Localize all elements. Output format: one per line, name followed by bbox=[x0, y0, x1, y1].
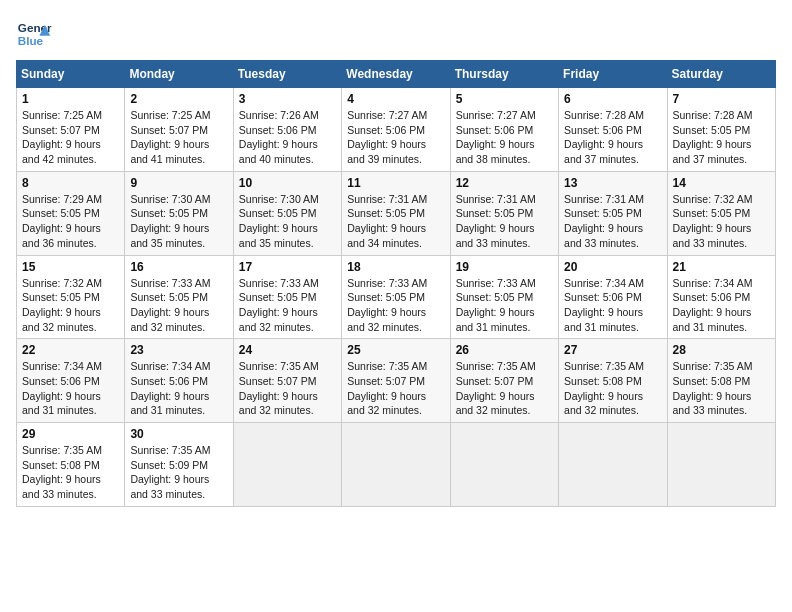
day-info: Sunrise: 7:26 AM Sunset: 5:06 PM Dayligh… bbox=[239, 108, 336, 167]
day-info: Sunrise: 7:33 AM Sunset: 5:05 PM Dayligh… bbox=[130, 276, 227, 335]
day-number: 20 bbox=[564, 260, 661, 274]
day-number: 8 bbox=[22, 176, 119, 190]
day-info: Sunrise: 7:35 AM Sunset: 5:07 PM Dayligh… bbox=[239, 359, 336, 418]
day-number: 24 bbox=[239, 343, 336, 357]
day-number: 6 bbox=[564, 92, 661, 106]
day-info: Sunrise: 7:30 AM Sunset: 5:05 PM Dayligh… bbox=[239, 192, 336, 251]
header: General Blue bbox=[16, 16, 776, 52]
day-info: Sunrise: 7:30 AM Sunset: 5:05 PM Dayligh… bbox=[130, 192, 227, 251]
calendar-cell: 1Sunrise: 7:25 AM Sunset: 5:07 PM Daylig… bbox=[17, 88, 125, 172]
calendar-cell bbox=[450, 423, 558, 507]
day-number: 3 bbox=[239, 92, 336, 106]
day-number: 11 bbox=[347, 176, 444, 190]
day-number: 12 bbox=[456, 176, 553, 190]
day-number: 23 bbox=[130, 343, 227, 357]
calendar-cell: 23Sunrise: 7:34 AM Sunset: 5:06 PM Dayli… bbox=[125, 339, 233, 423]
day-info: Sunrise: 7:25 AM Sunset: 5:07 PM Dayligh… bbox=[22, 108, 119, 167]
day-info: Sunrise: 7:28 AM Sunset: 5:05 PM Dayligh… bbox=[673, 108, 770, 167]
calendar-cell: 11Sunrise: 7:31 AM Sunset: 5:05 PM Dayli… bbox=[342, 171, 450, 255]
logo: General Blue bbox=[16, 16, 52, 52]
day-info: Sunrise: 7:33 AM Sunset: 5:05 PM Dayligh… bbox=[456, 276, 553, 335]
weekday-header-sunday: Sunday bbox=[17, 61, 125, 88]
weekday-header-wednesday: Wednesday bbox=[342, 61, 450, 88]
day-number: 13 bbox=[564, 176, 661, 190]
day-info: Sunrise: 7:35 AM Sunset: 5:09 PM Dayligh… bbox=[130, 443, 227, 502]
day-number: 7 bbox=[673, 92, 770, 106]
day-number: 4 bbox=[347, 92, 444, 106]
day-info: Sunrise: 7:27 AM Sunset: 5:06 PM Dayligh… bbox=[347, 108, 444, 167]
day-info: Sunrise: 7:31 AM Sunset: 5:05 PM Dayligh… bbox=[347, 192, 444, 251]
calendar-cell: 24Sunrise: 7:35 AM Sunset: 5:07 PM Dayli… bbox=[233, 339, 341, 423]
calendar-cell: 19Sunrise: 7:33 AM Sunset: 5:05 PM Dayli… bbox=[450, 255, 558, 339]
calendar-cell: 9Sunrise: 7:30 AM Sunset: 5:05 PM Daylig… bbox=[125, 171, 233, 255]
weekday-header-friday: Friday bbox=[559, 61, 667, 88]
day-number: 15 bbox=[22, 260, 119, 274]
day-info: Sunrise: 7:32 AM Sunset: 5:05 PM Dayligh… bbox=[673, 192, 770, 251]
calendar-cell bbox=[233, 423, 341, 507]
day-number: 16 bbox=[130, 260, 227, 274]
calendar-cell: 12Sunrise: 7:31 AM Sunset: 5:05 PM Dayli… bbox=[450, 171, 558, 255]
day-number: 10 bbox=[239, 176, 336, 190]
calendar-cell: 22Sunrise: 7:34 AM Sunset: 5:06 PM Dayli… bbox=[17, 339, 125, 423]
logo-icon: General Blue bbox=[16, 16, 52, 52]
calendar-cell: 3Sunrise: 7:26 AM Sunset: 5:06 PM Daylig… bbox=[233, 88, 341, 172]
calendar-cell: 7Sunrise: 7:28 AM Sunset: 5:05 PM Daylig… bbox=[667, 88, 775, 172]
day-number: 5 bbox=[456, 92, 553, 106]
day-info: Sunrise: 7:34 AM Sunset: 5:06 PM Dayligh… bbox=[22, 359, 119, 418]
calendar-cell: 27Sunrise: 7:35 AM Sunset: 5:08 PM Dayli… bbox=[559, 339, 667, 423]
weekday-header-thursday: Thursday bbox=[450, 61, 558, 88]
calendar-cell: 26Sunrise: 7:35 AM Sunset: 5:07 PM Dayli… bbox=[450, 339, 558, 423]
day-number: 9 bbox=[130, 176, 227, 190]
calendar-cell: 13Sunrise: 7:31 AM Sunset: 5:05 PM Dayli… bbox=[559, 171, 667, 255]
calendar-cell: 17Sunrise: 7:33 AM Sunset: 5:05 PM Dayli… bbox=[233, 255, 341, 339]
day-info: Sunrise: 7:35 AM Sunset: 5:07 PM Dayligh… bbox=[347, 359, 444, 418]
calendar-cell: 8Sunrise: 7:29 AM Sunset: 5:05 PM Daylig… bbox=[17, 171, 125, 255]
day-number: 2 bbox=[130, 92, 227, 106]
day-info: Sunrise: 7:33 AM Sunset: 5:05 PM Dayligh… bbox=[239, 276, 336, 335]
day-info: Sunrise: 7:34 AM Sunset: 5:06 PM Dayligh… bbox=[130, 359, 227, 418]
calendar-cell bbox=[667, 423, 775, 507]
day-info: Sunrise: 7:35 AM Sunset: 5:08 PM Dayligh… bbox=[564, 359, 661, 418]
calendar-cell: 4Sunrise: 7:27 AM Sunset: 5:06 PM Daylig… bbox=[342, 88, 450, 172]
calendar-cell bbox=[559, 423, 667, 507]
calendar-cell: 18Sunrise: 7:33 AM Sunset: 5:05 PM Dayli… bbox=[342, 255, 450, 339]
weekday-header-monday: Monday bbox=[125, 61, 233, 88]
day-info: Sunrise: 7:29 AM Sunset: 5:05 PM Dayligh… bbox=[22, 192, 119, 251]
calendar-table: SundayMondayTuesdayWednesdayThursdayFrid… bbox=[16, 60, 776, 507]
day-info: Sunrise: 7:28 AM Sunset: 5:06 PM Dayligh… bbox=[564, 108, 661, 167]
calendar-cell: 29Sunrise: 7:35 AM Sunset: 5:08 PM Dayli… bbox=[17, 423, 125, 507]
day-number: 19 bbox=[456, 260, 553, 274]
day-number: 26 bbox=[456, 343, 553, 357]
calendar-cell: 20Sunrise: 7:34 AM Sunset: 5:06 PM Dayli… bbox=[559, 255, 667, 339]
calendar-cell: 28Sunrise: 7:35 AM Sunset: 5:08 PM Dayli… bbox=[667, 339, 775, 423]
weekday-header-tuesday: Tuesday bbox=[233, 61, 341, 88]
day-info: Sunrise: 7:31 AM Sunset: 5:05 PM Dayligh… bbox=[456, 192, 553, 251]
calendar-cell: 21Sunrise: 7:34 AM Sunset: 5:06 PM Dayli… bbox=[667, 255, 775, 339]
weekday-header-saturday: Saturday bbox=[667, 61, 775, 88]
calendar-cell: 10Sunrise: 7:30 AM Sunset: 5:05 PM Dayli… bbox=[233, 171, 341, 255]
calendar-cell: 15Sunrise: 7:32 AM Sunset: 5:05 PM Dayli… bbox=[17, 255, 125, 339]
day-number: 18 bbox=[347, 260, 444, 274]
day-number: 21 bbox=[673, 260, 770, 274]
day-number: 30 bbox=[130, 427, 227, 441]
day-number: 22 bbox=[22, 343, 119, 357]
calendar-cell: 2Sunrise: 7:25 AM Sunset: 5:07 PM Daylig… bbox=[125, 88, 233, 172]
day-number: 17 bbox=[239, 260, 336, 274]
day-info: Sunrise: 7:34 AM Sunset: 5:06 PM Dayligh… bbox=[564, 276, 661, 335]
day-number: 25 bbox=[347, 343, 444, 357]
day-number: 29 bbox=[22, 427, 119, 441]
calendar-cell: 30Sunrise: 7:35 AM Sunset: 5:09 PM Dayli… bbox=[125, 423, 233, 507]
day-number: 28 bbox=[673, 343, 770, 357]
day-number: 14 bbox=[673, 176, 770, 190]
day-info: Sunrise: 7:35 AM Sunset: 5:08 PM Dayligh… bbox=[673, 359, 770, 418]
day-number: 1 bbox=[22, 92, 119, 106]
calendar-cell: 5Sunrise: 7:27 AM Sunset: 5:06 PM Daylig… bbox=[450, 88, 558, 172]
day-info: Sunrise: 7:32 AM Sunset: 5:05 PM Dayligh… bbox=[22, 276, 119, 335]
calendar-cell bbox=[342, 423, 450, 507]
calendar-cell: 6Sunrise: 7:28 AM Sunset: 5:06 PM Daylig… bbox=[559, 88, 667, 172]
day-info: Sunrise: 7:25 AM Sunset: 5:07 PM Dayligh… bbox=[130, 108, 227, 167]
day-number: 27 bbox=[564, 343, 661, 357]
day-info: Sunrise: 7:35 AM Sunset: 5:08 PM Dayligh… bbox=[22, 443, 119, 502]
calendar-cell: 14Sunrise: 7:32 AM Sunset: 5:05 PM Dayli… bbox=[667, 171, 775, 255]
day-info: Sunrise: 7:34 AM Sunset: 5:06 PM Dayligh… bbox=[673, 276, 770, 335]
